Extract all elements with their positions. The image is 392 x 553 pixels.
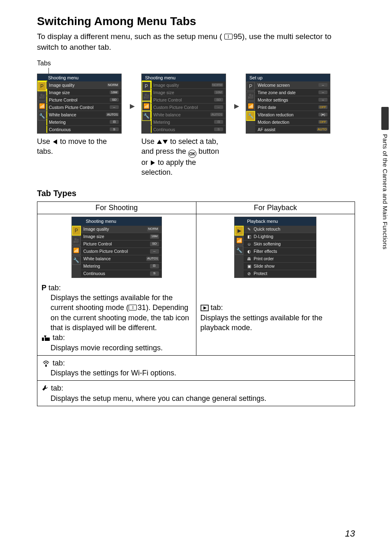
menu-value: OFF xyxy=(318,105,327,109)
setup-tab-icon: 🔧 xyxy=(247,111,255,120)
menu-value: S xyxy=(110,127,119,131)
menu-label: White balance xyxy=(49,112,76,117)
svg-marker-5 xyxy=(234,104,239,109)
svg-marker-0 xyxy=(53,139,57,144)
screen-title: Shooting menu xyxy=(142,74,226,81)
menu-value: ⊡ xyxy=(150,264,159,268)
svg-marker-2 xyxy=(157,140,162,144)
svg-marker-3 xyxy=(163,140,168,144)
caption-1: Use to move to the tabs. xyxy=(37,137,123,156)
menu-label: Print order xyxy=(254,256,274,261)
menu-row: ⊘Protect xyxy=(244,270,316,278)
menu-value: AUTO1 xyxy=(210,113,223,116)
sequence-arrow-icon xyxy=(128,74,136,139)
setup-menu-screen: Set up P 🎥 📶 🔧 Welcome screen-- Time zon… xyxy=(246,74,330,134)
play-tab-icon xyxy=(201,305,209,311)
menu-row: Picture ControlSD xyxy=(151,96,226,104)
intro-ref: 95 xyxy=(233,32,242,41)
wifi-tab-icon: 📶 xyxy=(247,102,255,111)
menu-row: Image qualityNORM xyxy=(46,81,121,89)
menu-list: ✎Quick retouch ◧D-Lighting ☺Skin softeni… xyxy=(244,226,316,278)
menu-row: Picture ControlSD xyxy=(46,96,121,104)
menu-label: Slide show xyxy=(254,264,274,268)
tab-suffix: tab: xyxy=(51,359,65,367)
menu-row: Image size16M xyxy=(151,89,226,96)
section-heading: Switching Among Menu Tabs xyxy=(37,15,355,28)
p-tab-icon: P xyxy=(72,226,81,235)
menu-value: AUTO xyxy=(317,127,327,131)
movie-tab-icon: 🎥 xyxy=(72,236,81,245)
p-tab-icon: P xyxy=(247,82,255,91)
menu-value: S xyxy=(214,127,223,131)
tab-column: P 🎥 📶 🔧 xyxy=(246,81,255,133)
menu-row: Motion detectionOFF xyxy=(255,118,330,126)
wifi-tab-icon: 📶 xyxy=(142,102,150,111)
menu-row: White balanceAUTO1 xyxy=(46,111,121,118)
setup-tab-body: Displays the setup menu, where you can c… xyxy=(42,393,350,403)
p-tab-icon: P xyxy=(142,82,150,91)
left-arrow-icon xyxy=(52,139,58,145)
menu-row: Welcome screen-- xyxy=(255,81,330,89)
playback-tab-desc-cell: tab: Displays the settings available for… xyxy=(196,280,355,356)
screen-title: Shooting menu xyxy=(72,217,161,226)
menu-row: Metering⊡ xyxy=(46,118,121,126)
menu-label: Continuous xyxy=(83,271,105,276)
menu-row: AF assistAUTO xyxy=(255,126,330,133)
filter-icon: ◐ xyxy=(246,249,252,255)
side-tab-mark xyxy=(381,107,389,130)
menu-row: ContinuousS xyxy=(81,270,161,278)
skin-icon: ☺ xyxy=(246,241,252,247)
screen-title: Set up xyxy=(246,74,330,81)
menu-row: 🖶Print order xyxy=(244,255,316,263)
menu-label: Custom Picture Control xyxy=(153,105,198,110)
menu-row: ContinuousS xyxy=(151,126,226,133)
wifi-tab-icon: 📶 xyxy=(235,236,243,245)
menu-label: Print date xyxy=(258,105,276,110)
menu-label: Custom Picture Control xyxy=(49,105,94,110)
menu-value: (●) xyxy=(318,113,327,116)
menu-label: Protect xyxy=(254,271,267,276)
menu-row: ContinuousS xyxy=(46,126,121,133)
menu-value: SD xyxy=(214,98,223,102)
menu-row: Monitor settings-- xyxy=(255,96,330,104)
menu-label: Metering xyxy=(83,263,100,269)
side-tab-label: Parts of the Camera and Main Functions xyxy=(382,134,389,250)
screen-sequence: Shooting menu P 🎥 📶 🔧 Image qualityNORM … xyxy=(37,74,355,177)
menu-value: 16M xyxy=(214,90,223,94)
menu-label: Monitor settings xyxy=(258,97,288,102)
menu-value: AUTO1 xyxy=(106,113,119,116)
menu-label: Picture Control xyxy=(83,241,112,247)
caption-2: Use to select a tab, and press the OK bu… xyxy=(141,137,228,177)
menu-label: Filter effects xyxy=(254,249,277,254)
menu-value: 16M xyxy=(150,234,159,239)
menu-value: ⊡ xyxy=(110,120,119,124)
menu-row: Metering⊡ xyxy=(151,118,226,126)
menu-label: Time zone and date xyxy=(258,90,295,95)
menu-label: AF assist xyxy=(258,127,275,132)
menu-label: Picture Control xyxy=(153,97,182,102)
svg-rect-8 xyxy=(45,338,50,341)
menu-label: Picture Control xyxy=(49,97,77,102)
menu-label: Continuous xyxy=(49,127,71,132)
svg-marker-4 xyxy=(151,160,155,165)
tab-suffix: tab: xyxy=(49,384,63,392)
menu-label: White balance xyxy=(153,112,181,117)
th-shooting: For Shooting xyxy=(37,201,196,214)
caption-text: Use xyxy=(37,137,52,146)
menu-row: Image qualityNORM xyxy=(81,226,161,233)
menu-label: White balance xyxy=(83,256,111,261)
playback-menu-cell-screen: Playback menu ▶ 📶 🔧 ✎Quick retouch ◧D-Li… xyxy=(234,217,316,278)
wifi-tab-body: Displays the settings for Wi-Fi options. xyxy=(42,368,350,378)
menu-value: -- xyxy=(318,83,327,87)
tab-column: P 🎥 📶 🔧 xyxy=(72,226,81,278)
tab-types-table: For Shooting For Playback Shooting menu … xyxy=(37,201,355,406)
movie-tab-icon: 🎥 xyxy=(247,92,255,101)
menu-value: S xyxy=(150,271,159,276)
menu-row: ◧D-Lighting xyxy=(244,233,316,241)
menu-row: Custom Picture Control-- xyxy=(46,104,121,111)
movie-tab-body: Displays movie recording settings. xyxy=(42,343,192,353)
tab-column: P 🎥 📶 🔧 xyxy=(142,81,151,133)
menu-label: Metering xyxy=(153,120,170,125)
menu-label: Metering xyxy=(49,120,66,125)
p-tab-label: P xyxy=(42,284,46,292)
